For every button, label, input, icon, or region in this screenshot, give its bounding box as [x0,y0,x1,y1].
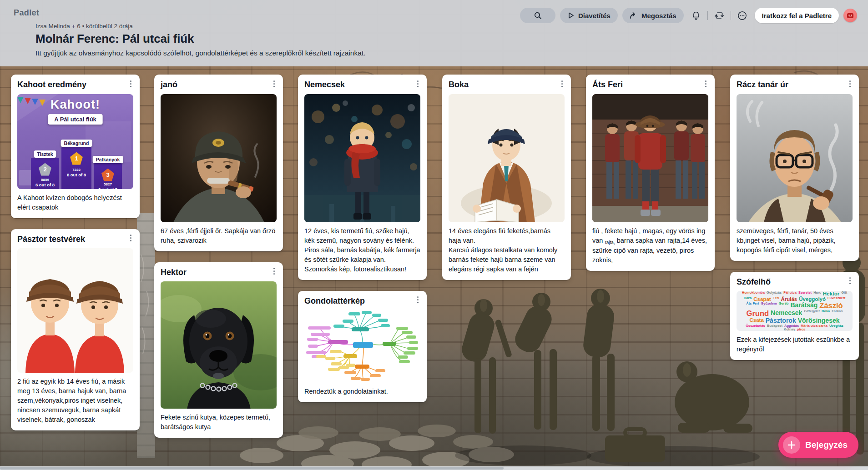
post-title: Hektor [161,268,187,278]
new-post-label: Bejegyzés [805,440,848,450]
racz-illustration [737,94,853,222]
score-points: 7222 [72,168,81,172]
board-column-1: Kahoot eredmény Kahoot! A Pál utcai fiúk [11,75,140,430]
score-points: 5859 [41,178,49,182]
scrollbar-thumb[interactable] [0,467,504,470]
post-title: Nemecsek [304,80,345,90]
board-column-3: Nemecsek [298,75,427,402]
padlet-logo[interactable]: Padlet [14,8,39,18]
post-menu-button[interactable] [269,79,278,88]
post-menu-button[interactable] [845,79,854,88]
wordcloud-word: Haza [744,296,752,302]
post-card-gondolatterkep[interactable]: Gondolattérkép [298,291,427,403]
wordcloud-word: Áts Feri [746,302,759,310]
score-result: 6 out of 8 [94,187,122,189]
wordcloud-word: Golyózás [767,291,782,296]
post-card-atsferi[interactable]: Áts Feri [586,75,715,271]
kahoot-quiz-title: A Pál utcai fiúk [48,114,103,125]
post-card-hektor[interactable]: Hektor [154,262,283,438]
divider [707,11,708,20]
post-image-jano-watchman[interactable] [161,94,277,222]
user-avatar[interactable] [843,9,857,22]
post-menu-button[interactable] [126,234,135,243]
post-body: 12 éves, kis termetű fiú, szőke hajú, ké… [304,226,420,274]
post-menu-button[interactable] [413,79,422,88]
post-image-pasztor-brothers[interactable] [17,248,133,373]
wordcloud-word: Üveggolyó [799,296,826,302]
bronze-medal: 3 [101,169,114,181]
wordcloud-word: Farkas [832,310,843,317]
post-image-kahoot-results[interactable]: Kahoot! A Pál utcai fiúk Tisztek 2 5859 … [17,94,133,189]
post-card-racz[interactable]: Rácz tanár úr [730,75,859,261]
wordcloud-word: Füvészkert [828,296,845,302]
wordcloud-word: Barátság [790,302,818,310]
post-image-nemecsek-boy[interactable] [304,94,420,222]
wordcloud-word: Csapat [753,296,771,302]
post-title: Szófelhő [737,277,771,287]
remake-button[interactable] [713,10,725,21]
post-image-mindmap[interactable] [304,310,420,383]
post-body: 14 éves elegáns fiú feketés,barnás haja … [449,226,565,274]
mindmap-illustration [304,310,420,383]
podium-second: Tisztek 2 5859 6 out of 8 [31,158,59,189]
post-menu-button[interactable] [269,267,278,276]
kebab-icon [130,80,131,82]
podium-first: Békagrund 1 7222 8 out of 8 [61,147,91,189]
team-name: Patkányok [93,156,123,163]
post-image-hektor-dog[interactable] [161,281,277,409]
board-column-4: Boka [442,75,571,280]
board-meta: Izsa Melinda + 6 • körülbelül 2 órája Mo… [35,23,365,57]
signup-button[interactable]: Iratkozz fel a Padletre [755,8,839,23]
post-card-jano[interactable]: janó [154,75,283,251]
board-author-line: Izsa Melinda + 6 • körülbelül 2 órája [35,23,365,30]
post-card-kahoot[interactable]: Kahoot eredmény Kahoot! A Pál utcai fiúk [11,75,140,218]
post-image-boka-boy[interactable] [449,94,565,222]
score-result: 8 out of 8 [61,172,91,178]
signup-label: Iratkozz fel a Padletre [762,12,832,20]
score-points: 5827 [104,182,112,186]
post-menu-button[interactable] [126,79,135,88]
wordcloud-word: Pál utca [783,291,797,296]
bell-icon [691,11,701,20]
jano-illustration [161,94,277,222]
post-menu-button[interactable] [701,79,710,88]
post-menu-button[interactable] [413,295,422,305]
post-image-racz-teacher[interactable] [737,94,853,222]
slideshow-label: Diavetítés [578,12,611,20]
team-score: 5827 6 out of 8 [94,182,122,189]
horizontal-scrollbar[interactable] [0,466,868,470]
silver-medal: 2 [39,163,51,176]
post-image-atsferi-group[interactable] [592,94,708,222]
plus-icon [783,436,800,454]
share-button[interactable]: Megosztás [622,8,684,23]
post-image-wordcloud[interactable]: HomokbombaGolyózásPál utcaSzeretetHarcHe… [737,291,853,331]
more-options-button[interactable] [737,10,748,21]
post-card-pasztor[interactable]: Pásztor testvérek [11,229,140,431]
background-pillar [137,213,155,458]
post-card-szofelho[interactable]: Szófelhő HomokbombaGolyózásPál utcaSzere… [730,272,859,360]
post-title: Kahoot eredmény [17,80,86,90]
post-card-nemecsek[interactable]: Nemecsek [298,75,427,280]
share-icon [630,12,638,19]
post-body: 2 fiú az egyik kb 14 éves fiú, a másik m… [17,377,133,425]
post-body: A Kahoot kvízen dobogós helyezést elért … [17,193,133,212]
wordcloud-word: Harc [813,291,821,296]
post-body-subscript: rajta, [605,240,615,245]
post-menu-button[interactable] [557,79,566,88]
board-title: Molnár Ferenc: Pál utcai fiúk [35,32,365,46]
search-button[interactable] [520,8,555,23]
wordcloud-word: Csata [749,317,763,324]
slideshow-button[interactable]: Diavetítés [560,8,618,23]
post-body: Fekete színű kutya, közepes termetű, bar… [161,413,277,432]
post-menu-button[interactable] [845,276,854,285]
new-post-button[interactable]: Bejegyzés [778,432,858,458]
gold-medal: 1 [70,152,83,165]
wordcloud-word: Homokbomba [742,291,765,296]
post-title: Boka [449,80,469,90]
podium-third: Patkányok 3 5827 6 out of 8 [94,163,122,189]
post-card-boka[interactable]: Boka [442,75,571,280]
post-title: Áts Feri [592,80,623,90]
notifications-button[interactable] [690,10,702,21]
board-column-6: Rácz tanár úr [730,75,859,360]
post-title: Rácz tanár úr [737,80,788,90]
